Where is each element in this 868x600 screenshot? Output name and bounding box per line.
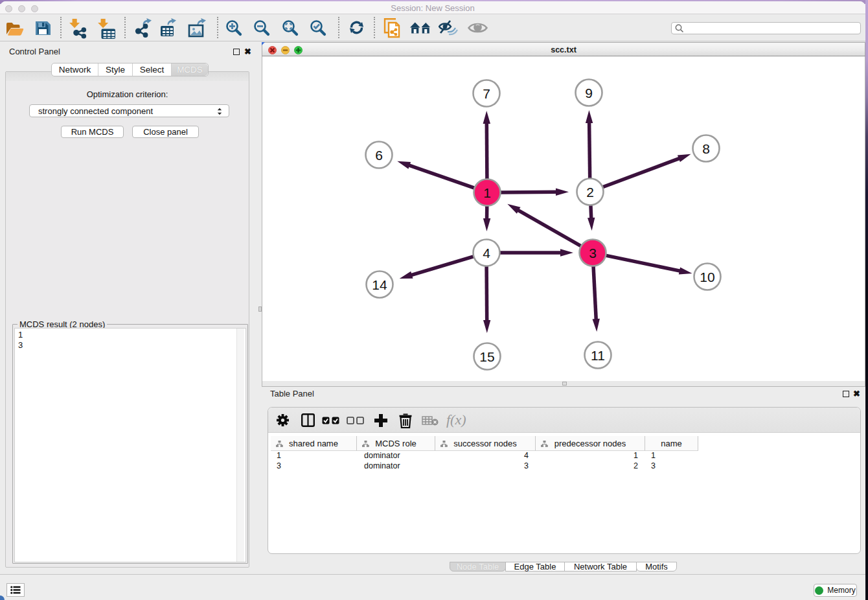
svg-text:10: 10 [700,270,714,284]
svg-text:1: 1 [483,185,491,200]
svg-text:14: 14 [372,277,387,292]
svg-text:11: 11 [591,348,605,363]
svg-text:6: 6 [375,148,383,163]
svg-text:15: 15 [479,349,494,364]
svg-text:3: 3 [589,246,597,260]
svg-text:4: 4 [483,246,490,260]
svg-text:2: 2 [586,185,594,200]
svg-text:8: 8 [702,141,710,156]
svg-text:9: 9 [585,86,593,100]
svg-text:7: 7 [483,86,490,101]
